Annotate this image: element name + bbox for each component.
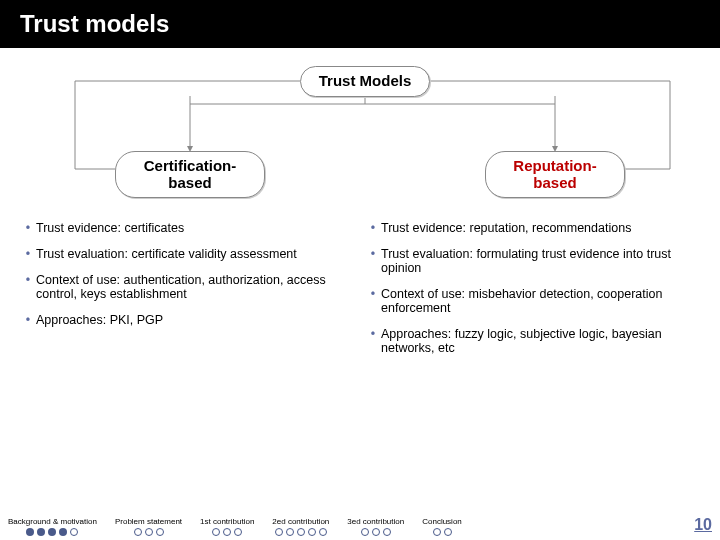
certification-column: •Trust evidence: certificates •Trust eva… [20,221,355,367]
rep-approaches: Approaches: fuzzy logic, subjective logi… [381,327,700,355]
progress-bar: Background & motivationProblem statement… [0,504,720,540]
dot-open-icon [134,528,142,536]
content-columns: •Trust evidence: certificates •Trust eva… [0,221,720,367]
root-node: Trust Models [300,66,430,97]
bullet-icon: • [20,313,36,327]
stage-dots [134,528,164,536]
dot-open-icon [156,528,164,536]
stage-dots [361,528,391,536]
bullet-icon: • [365,287,381,315]
bullet-icon: • [365,221,381,235]
dot-filled-icon [48,528,56,536]
cert-evaluation: Trust evaluation: certificate validity a… [36,247,297,261]
stage-dots [433,528,452,536]
stage-label: 1st contribution [200,517,254,526]
progress-stage: 1st contribution [200,517,254,536]
dot-open-icon [234,528,242,536]
bullet-icon: • [20,221,36,235]
progress-stage: 3ed contribution [347,517,404,536]
dot-open-icon [286,528,294,536]
hierarchy-diagram: Trust Models Certification-based Reputat… [0,56,720,221]
dot-open-icon [433,528,441,536]
progress-stage: Conclusion [422,517,462,536]
dot-filled-icon [37,528,45,536]
dot-filled-icon [26,528,34,536]
bullet-icon: • [20,273,36,301]
slide-title: Trust models [0,0,720,48]
svg-line-3 [190,96,330,111]
cert-evidence: Trust evidence: certificates [36,221,184,235]
stage-dots [275,528,327,536]
progress-stage: Background & motivation [8,517,97,536]
dot-open-icon [308,528,316,536]
dot-open-icon [361,528,369,536]
bullet-icon: • [20,247,36,261]
stage-label: Problem statement [115,517,182,526]
dot-open-icon [444,528,452,536]
svg-line-2 [190,81,300,96]
cert-approaches: Approaches: PKI, PGP [36,313,163,327]
rep-context: Context of use: misbehavior detection, c… [381,287,700,315]
progress-stage: Problem statement [115,517,182,536]
reputation-column: •Trust evidence: reputation, recommendat… [365,221,700,367]
stage-dots [212,528,242,536]
stage-label: Background & motivation [8,517,97,526]
page-number: 10 [694,516,712,536]
dot-open-icon [383,528,391,536]
dot-open-icon [223,528,231,536]
stage-label: 2ed contribution [272,517,329,526]
dot-filled-icon [59,528,67,536]
dot-open-icon [319,528,327,536]
bullet-icon: • [365,247,381,275]
certification-node: Certification-based [115,151,265,198]
rep-evidence: Trust evidence: reputation, recommendati… [381,221,631,235]
dot-open-icon [275,528,283,536]
progress-stage: 2ed contribution [272,517,329,536]
dot-open-icon [145,528,153,536]
dot-open-icon [70,528,78,536]
dot-open-icon [212,528,220,536]
reputation-node: Reputation-based [485,151,625,198]
stage-label: 3ed contribution [347,517,404,526]
stage-label: Conclusion [422,517,462,526]
dot-open-icon [372,528,380,536]
bullet-icon: • [365,327,381,355]
cert-context: Context of use: authentication, authoriz… [36,273,355,301]
rep-evaluation: Trust evaluation: formulating trust evid… [381,247,700,275]
stage-dots [26,528,78,536]
dot-open-icon [297,528,305,536]
